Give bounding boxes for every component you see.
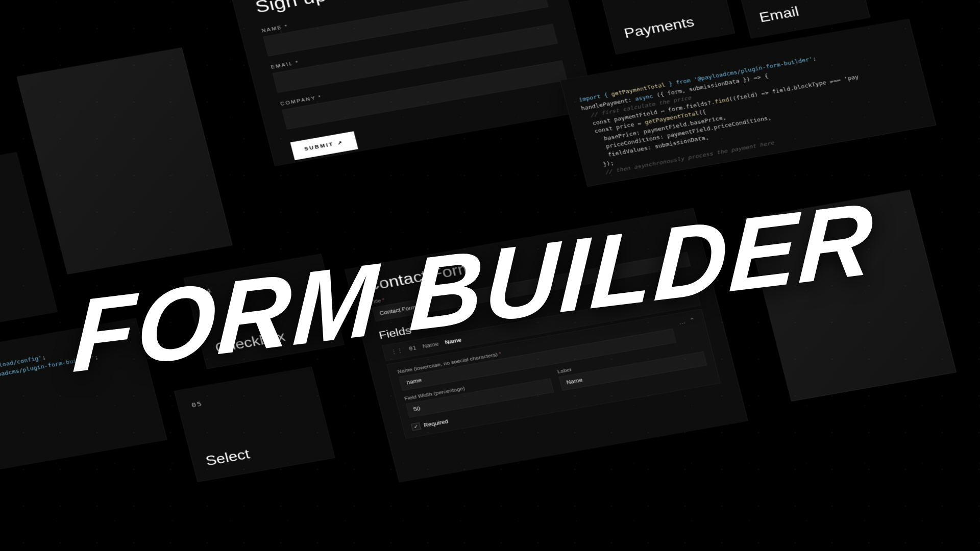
newsletter-panel: Sign up for our newsletter NAME * EMAIL …	[229, 0, 596, 166]
row-more-icon[interactable]: …	[678, 318, 686, 325]
arrow-top-right-icon: ↗	[337, 139, 344, 146]
newsletter-submit-button[interactable]: SUBMIT ↗	[290, 131, 358, 160]
card-05-select: 05 Select	[174, 367, 335, 483]
card-04-title: Checkbox	[213, 321, 328, 356]
card-email-title: Email	[757, 0, 854, 25]
admin-row-val: Name	[444, 337, 462, 345]
admin-row-index: 01	[408, 345, 417, 352]
texture-panel-2	[744, 190, 957, 402]
fields-item: ring	[0, 232, 26, 261]
isometric-stage: Fields e : string el : string ultValue :…	[0, 0, 980, 551]
card-01: 01 Payments	[594, 0, 735, 55]
admin-row-key: Name	[422, 341, 439, 349]
card-05-num: 05	[191, 382, 304, 409]
admin-required-label: Required	[423, 418, 449, 428]
row-collapse-icon[interactable]: ⌃	[689, 317, 696, 324]
admin-contact-form-panel: Contact Form Title * Fields ⋮⋮ 01 Name N…	[345, 208, 748, 482]
texture-panel-1	[16, 47, 232, 274]
admin-required-checkbox[interactable]	[411, 422, 421, 431]
code-config-panel: buildConfig } from 'payload/config'; orm…	[0, 318, 167, 482]
card-payments-title: Payments	[622, 10, 719, 41]
drag-handle-icon[interactable]: ⋮⋮	[390, 347, 403, 355]
card-05-title: Select	[204, 434, 319, 468]
card-04-num: 04	[200, 269, 313, 296]
card-04-checkbox: 04 Checkbox	[183, 254, 345, 369]
